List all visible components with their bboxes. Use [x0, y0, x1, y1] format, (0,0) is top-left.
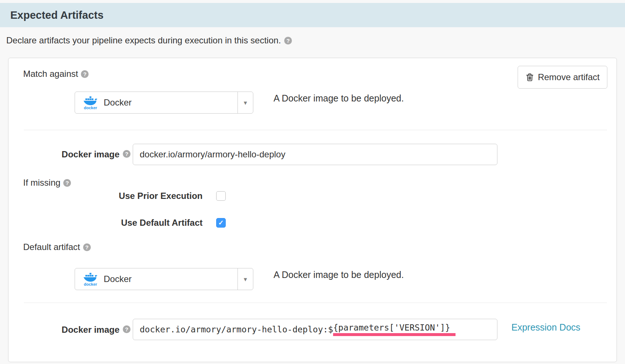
help-icon[interactable]: ? [83, 243, 91, 251]
chevron-down-icon: ▼ [243, 100, 248, 106]
help-icon[interactable]: ? [123, 150, 131, 158]
docker-image-input[interactable] [133, 144, 497, 165]
default-docker-image-label-row: Docker image ? [23, 325, 119, 335]
chevron-down-icon: ▼ [243, 276, 248, 282]
docker-wordmark: docker [84, 106, 97, 110]
use-default-artifact-checkbox[interactable]: ✓ [216, 218, 226, 228]
expected-artifact-card: Match against ? Remove artifact [8, 58, 617, 362]
divider [24, 130, 607, 130]
docker-image-label: Docker image [62, 325, 119, 335]
use-prior-execution-row: Use Prior Execution [23, 191, 226, 201]
section-description: Declare artifacts your pipeline expects … [6, 35, 292, 46]
docker-image-label-row: Docker image ? [23, 149, 119, 160]
help-icon[interactable]: ? [63, 179, 71, 187]
trash-icon [525, 73, 534, 82]
remove-artifact-button[interactable]: Remove artifact [518, 66, 607, 89]
use-prior-execution-checkbox[interactable] [216, 191, 226, 201]
selected-kind-label: Docker [104, 97, 132, 108]
expected-artifacts-page: Expected Artifacts Declare artifacts you… [0, 0, 625, 364]
divider [24, 303, 607, 303]
help-icon[interactable]: ? [123, 325, 131, 333]
default-artifact-label: Default artifact [23, 242, 80, 252]
dropdown-caret-button[interactable]: ▼ [238, 92, 253, 113]
default-artifact-label-row: Default artifact ? [23, 242, 91, 252]
artifact-kind-select[interactable]: docker Docker ▼ [75, 92, 253, 114]
artifact-kind-selected: docker Docker [75, 92, 238, 113]
help-icon[interactable]: ? [81, 70, 89, 78]
use-default-artifact-label: Use Default Artifact [23, 218, 203, 228]
default-artifact-kind-selected: docker Docker [75, 268, 238, 290]
docker-image-label: Docker image [62, 149, 119, 159]
if-missing-label-row: If missing ? [23, 178, 71, 188]
kind-description: A Docker image to be deployed. [274, 93, 404, 104]
default-docker-image-input[interactable]: docker.io/armory/armory-hello-deploy:${p… [133, 319, 497, 340]
help-icon[interactable]: ? [284, 37, 292, 44]
match-against-label-row: Match against ? [23, 69, 89, 79]
description-text: Declare artifacts your pipeline expects … [6, 35, 281, 46]
default-artifact-kind-select[interactable]: docker Docker ▼ [75, 268, 253, 290]
if-missing-label: If missing [23, 178, 60, 188]
expression-docs-link[interactable]: Expression Docs [511, 322, 581, 333]
docker-logo-icon: docker [82, 272, 99, 286]
docker-logo-icon: docker [82, 96, 99, 110]
use-default-artifact-row: Use Default Artifact ✓ [23, 218, 226, 228]
use-prior-execution-label: Use Prior Execution [23, 191, 203, 201]
page-title: Expected Artifacts [0, 9, 104, 21]
match-against-label: Match against [23, 69, 78, 79]
dropdown-caret-button[interactable]: ▼ [238, 268, 253, 290]
remove-artifact-label: Remove artifact [538, 72, 600, 82]
kind-description: A Docker image to be deployed. [274, 270, 404, 280]
selected-kind-label: Docker [104, 274, 132, 284]
expression-text: docker.io/armory/armory-hello-deploy:$ [140, 325, 333, 334]
checkmark-icon: ✓ [218, 220, 224, 226]
docker-wordmark: docker [84, 282, 97, 286]
section-header: Expected Artifacts [0, 3, 625, 27]
expression-highlighted-text: {parameters['VERSION']} [333, 323, 456, 336]
